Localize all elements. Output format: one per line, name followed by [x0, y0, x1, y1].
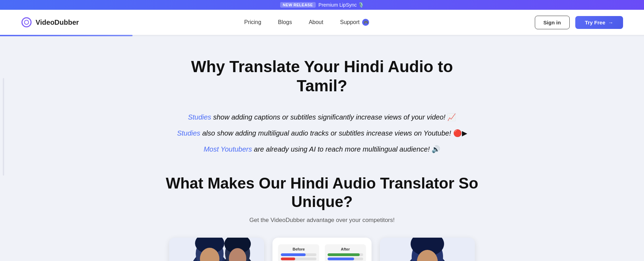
stat-1-link[interactable]: Studies	[188, 113, 213, 121]
nav-about[interactable]: About	[309, 19, 323, 25]
nav-blogs[interactable]: Blogs	[278, 19, 292, 25]
stat-2: Studies also show adding multiligual aud…	[165, 129, 479, 137]
logo-icon	[21, 17, 32, 28]
card-middle: Before After	[272, 238, 372, 261]
unique-subtitle: Get the VideoDubber advantage over your …	[165, 217, 479, 224]
logo-link[interactable]: VideoDubber	[21, 17, 79, 28]
cards-row: Before After	[165, 238, 479, 261]
logo-text: VideoDubber	[36, 18, 79, 26]
card-middle-top: Before After	[278, 244, 366, 261]
svg-point-0	[22, 18, 31, 27]
nav-actions: Sign in Try Free →	[535, 16, 623, 29]
why-section: Why Translate Your Hindi Audio to Tamil?…	[165, 57, 479, 153]
avatar-right-card-svg	[389, 238, 466, 261]
stat-2-emoji: 🔴▶	[453, 129, 467, 137]
avatar-right-svg	[213, 238, 264, 261]
card-right-content	[380, 238, 475, 261]
scroll-indicator	[3, 78, 4, 176]
unique-title: What Makes Our Hindi Audio Translator So…	[165, 174, 479, 211]
svg-point-1	[24, 20, 29, 24]
new-release-badge: NEW RELEASE	[280, 2, 316, 8]
unique-section: What Makes Our Hindi Audio Translator So…	[165, 174, 479, 261]
sign-in-button[interactable]: Sign in	[535, 16, 570, 29]
svg-text:🎮: 🎮	[364, 20, 368, 25]
card-left	[169, 238, 264, 261]
main-content: Why Translate Your Hindi Audio to Tamil?…	[0, 36, 644, 261]
stat-1: Studies show adding captions or subtitle…	[165, 113, 479, 121]
try-free-button[interactable]: Try Free →	[575, 16, 623, 29]
discord-icon: 🎮	[362, 18, 369, 26]
announcement-text: Premium LipSync 🎙️	[319, 2, 364, 8]
why-title: Why Translate Your Hindi Audio to Tamil?	[165, 57, 479, 95]
nav-links: Pricing Blogs About Support 🎮	[244, 18, 369, 26]
stat-3-link[interactable]: Most Youtubers	[204, 145, 254, 153]
bar-before-2	[281, 258, 316, 260]
announcement-bar: NEW RELEASE Premium LipSync 🎙️	[0, 0, 644, 10]
stat-1-emoji: 📈	[447, 113, 456, 121]
navbar: VideoDubber Pricing Blogs About Support …	[0, 10, 644, 35]
stats-list: Studies show adding captions or subtitle…	[165, 113, 479, 153]
card-data-right: After	[325, 244, 366, 261]
stat-3: Most Youtubers are already using AI to r…	[165, 145, 479, 153]
nav-support[interactable]: Support 🎮	[340, 18, 369, 26]
nav-pricing[interactable]: Pricing	[244, 19, 261, 25]
stat-3-emoji: 🔊	[432, 145, 440, 153]
bar-after-2	[328, 258, 363, 260]
bar-after-1	[328, 253, 363, 256]
bar-before-1	[281, 253, 316, 256]
try-free-arrow: →	[608, 20, 613, 25]
card-data-left: Before	[278, 244, 319, 261]
stat-2-link[interactable]: Studies	[177, 129, 202, 137]
card-right	[380, 238, 475, 261]
avatar-left	[182, 238, 252, 261]
